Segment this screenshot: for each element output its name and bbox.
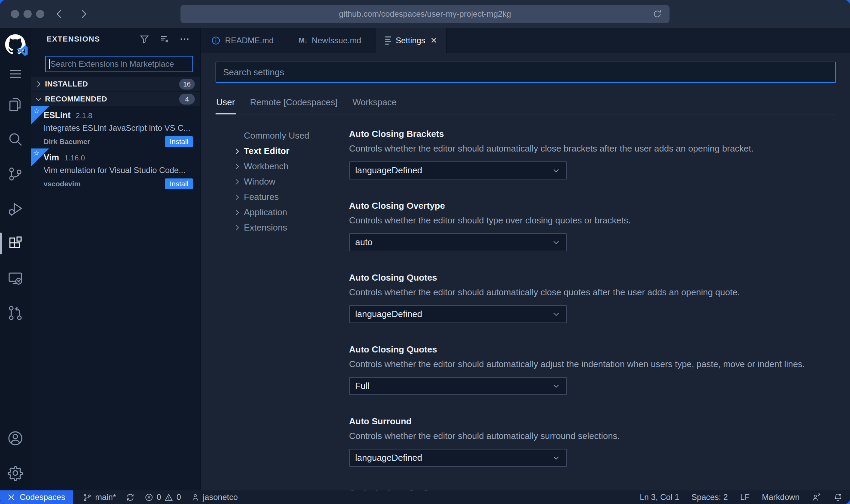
sync-icon bbox=[126, 493, 135, 502]
setting-auto-closing-overtype: Auto Closing Overtype Controls whether t… bbox=[349, 200, 836, 251]
setting-title: Auto Closing Brackets bbox=[349, 128, 836, 140]
extensions-search-box bbox=[45, 56, 193, 72]
toc-text-editor[interactable]: Text Editor bbox=[216, 143, 349, 159]
eol-status[interactable]: LF bbox=[740, 492, 750, 502]
star-icon: ☆ bbox=[33, 149, 40, 157]
setting-dropdown[interactable]: languageDefined bbox=[349, 161, 567, 179]
settings-list-icon bbox=[385, 36, 391, 45]
search-icon[interactable] bbox=[0, 122, 31, 157]
chevron-right-icon bbox=[233, 208, 241, 217]
toc-features[interactable]: Features bbox=[216, 189, 349, 205]
setting-title: Auto Closing Overtype bbox=[349, 200, 836, 211]
setting-description: Controls whether the editor should autom… bbox=[349, 430, 836, 442]
toc-application[interactable]: Application bbox=[216, 205, 349, 220]
toc-window[interactable]: Window bbox=[216, 174, 349, 189]
tab-settings[interactable]: Settings ✕ bbox=[376, 28, 447, 53]
extension-author: vscodevim bbox=[44, 180, 81, 188]
recommended-section-header[interactable]: RECOMMENDED 4 bbox=[31, 92, 200, 106]
extensions-icon[interactable] bbox=[0, 226, 31, 261]
indentation-status[interactable]: Spaces: 2 bbox=[692, 492, 728, 502]
browser-forward-icon[interactable] bbox=[78, 8, 89, 20]
setting-dropdown[interactable]: languageDefined bbox=[349, 449, 567, 467]
menu-icon[interactable] bbox=[0, 61, 31, 87]
language-mode-status[interactable]: Markdown bbox=[762, 492, 800, 502]
setting-title: Auto Closing Quotes bbox=[349, 272, 836, 283]
section-label: INSTALLED bbox=[45, 80, 88, 89]
bell-icon bbox=[833, 493, 843, 502]
warnings-icon bbox=[164, 493, 173, 502]
section-label: RECOMMENDED bbox=[45, 95, 107, 104]
address-bar[interactable]: github.com/codespaces/user-my-project-mg… bbox=[180, 5, 670, 23]
settings-search-input[interactable] bbox=[216, 62, 836, 83]
branch-status[interactable]: main* bbox=[83, 492, 116, 502]
extension-card-eslint[interactable]: ☆ ESLint 2.1.8 Integrates ESLint JavaScr… bbox=[31, 106, 200, 148]
more-actions-icon[interactable] bbox=[179, 34, 190, 45]
url-text: github.com/codespaces/user-my-project-mg… bbox=[339, 9, 511, 19]
account-icon[interactable] bbox=[0, 421, 31, 456]
problems-status[interactable]: 0 0 bbox=[144, 492, 181, 502]
codespaces-status-button[interactable]: Codespaces bbox=[0, 490, 73, 504]
tab-label: Settings bbox=[396, 36, 425, 45]
setting-title: Auto Surround bbox=[349, 415, 836, 427]
chevron-down-icon bbox=[34, 95, 43, 104]
clear-extensions-icon[interactable] bbox=[159, 34, 170, 45]
chevron-down-icon bbox=[551, 166, 561, 175]
close-tab-icon[interactable]: ✕ bbox=[430, 36, 437, 45]
setting-description: Controls whether the editor should autom… bbox=[349, 286, 836, 298]
toc-extensions[interactable]: Extensions bbox=[216, 220, 349, 235]
scope-tab-user[interactable]: User bbox=[216, 95, 236, 114]
minimize-window-button[interactable] bbox=[23, 10, 32, 18]
editor-area: README.md M↓ NewIssue.md Settings ✕ User… bbox=[201, 28, 850, 490]
tab-newissue[interactable]: M↓ NewIssue.md bbox=[284, 28, 376, 53]
notifications-button[interactable] bbox=[833, 493, 843, 502]
extension-card-vim[interactable]: ☆ Vim 1.16.0 Vim emulation for Visual St… bbox=[31, 148, 200, 191]
filter-icon[interactable] bbox=[139, 34, 150, 45]
dropdown-value: Full bbox=[355, 381, 369, 391]
dropdown-value: languageDefined bbox=[355, 453, 422, 463]
installed-section-header[interactable]: INSTALLED 16 bbox=[31, 77, 200, 91]
tab-readme[interactable]: README.md bbox=[201, 28, 284, 53]
source-control-icon[interactable] bbox=[0, 157, 31, 191]
settings-gear-icon[interactable] bbox=[0, 456, 31, 490]
recommended-count-badge: 4 bbox=[179, 94, 195, 105]
close-window-button[interactable] bbox=[11, 10, 19, 18]
scope-tab-workspace[interactable]: Workspace bbox=[352, 95, 397, 114]
setting-description: Controls whether the editor should autom… bbox=[349, 143, 836, 154]
pull-requests-icon[interactable] bbox=[0, 296, 31, 330]
install-button[interactable]: Install bbox=[165, 136, 193, 147]
setting-title: Code Actions On Save bbox=[349, 487, 836, 490]
errors-icon bbox=[144, 493, 154, 502]
toc-workbench[interactable]: Workbench bbox=[216, 159, 349, 174]
refresh-icon[interactable] bbox=[652, 9, 662, 19]
scope-tab-remote[interactable]: Remote [Codespaces] bbox=[249, 95, 338, 114]
setting-auto-closing-brackets: Auto Closing Brackets Controls whether t… bbox=[349, 128, 836, 179]
chevron-down-icon bbox=[551, 453, 561, 463]
explorer-icon[interactable] bbox=[0, 87, 31, 122]
tab-label: NewIssue.md bbox=[312, 36, 361, 45]
dropdown-value: languageDefined bbox=[355, 309, 422, 319]
setting-dropdown[interactable]: Full bbox=[349, 377, 567, 395]
maximize-window-button[interactable] bbox=[36, 10, 44, 18]
toc-commonly-used[interactable]: Commonly Used bbox=[216, 128, 349, 143]
dropdown-value: auto bbox=[355, 237, 373, 248]
setting-dropdown[interactable]: languageDefined bbox=[349, 305, 567, 323]
extensions-search-input[interactable] bbox=[50, 59, 192, 69]
line-col-status[interactable]: Ln 3, Col 1 bbox=[640, 492, 679, 502]
browser-back-icon[interactable] bbox=[54, 8, 65, 20]
person-icon bbox=[191, 493, 200, 502]
setting-dropdown[interactable]: auto bbox=[349, 233, 567, 251]
markdown-icon: M↓ bbox=[299, 36, 307, 44]
user-status[interactable]: jasonetco bbox=[191, 492, 238, 502]
chevron-down-icon bbox=[551, 381, 561, 391]
tab-label: README.md bbox=[225, 36, 274, 45]
activity-bar bbox=[0, 28, 31, 490]
sync-button[interactable] bbox=[126, 493, 135, 502]
run-debug-icon[interactable] bbox=[0, 191, 31, 226]
remote-explorer-icon[interactable] bbox=[0, 261, 31, 296]
extension-version: 2.1.8 bbox=[76, 111, 92, 120]
chevron-down-icon bbox=[551, 310, 561, 319]
setting-auto-closing-quotes: Auto Closing Quotes Controls whether the… bbox=[349, 272, 836, 323]
settings-entries: Auto Closing Brackets Controls whether t… bbox=[349, 114, 836, 490]
feedback-button[interactable] bbox=[812, 493, 821, 502]
install-button[interactable]: Install bbox=[165, 178, 193, 189]
